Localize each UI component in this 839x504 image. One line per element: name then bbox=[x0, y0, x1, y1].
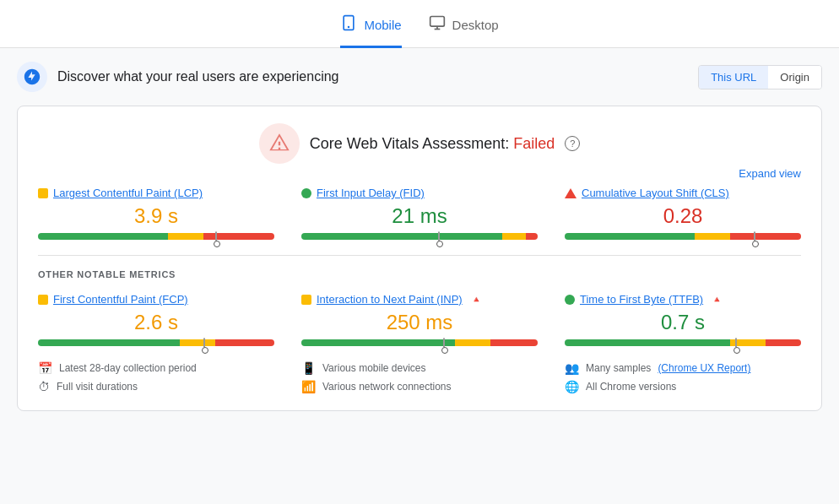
metric-indicator-triangle bbox=[565, 188, 576, 198]
beta-tag: 🔺 bbox=[471, 295, 481, 304]
beta-tag: 🔺 bbox=[712, 295, 722, 304]
header-title: Discover what your real users are experi… bbox=[57, 69, 338, 84]
footer-icon: 📱 bbox=[301, 361, 316, 375]
footer-grid: 📅Latest 28-day collection period⏱Full vi… bbox=[38, 361, 801, 393]
bar-green-ttfb bbox=[565, 339, 730, 346]
core-metrics-grid: Largest Contentful Paint (LCP) 3.9 s Fir… bbox=[38, 187, 801, 241]
metric-label-fcp[interactable]: First Contentful Paint (FCP) bbox=[53, 293, 188, 306]
cwv-card: Core Web Vitals Assessment: Failed ? Exp… bbox=[17, 106, 822, 411]
metric-track-inp bbox=[301, 339, 538, 346]
bar-orange-fid bbox=[502, 233, 526, 240]
footer-item: 📱Various mobile devices bbox=[301, 361, 538, 375]
footer-text: Various network connections bbox=[322, 381, 452, 393]
footer-item: 🌐All Chrome versions bbox=[565, 380, 801, 393]
bar-green-lcp bbox=[38, 233, 168, 240]
footer-link[interactable]: (Chrome UX Report) bbox=[658, 362, 750, 374]
metric-label-fid[interactable]: First Input Delay (FID) bbox=[317, 187, 425, 199]
metric-indicator-orange bbox=[301, 295, 311, 305]
metric-title-fid: First Input Delay (FID) bbox=[301, 187, 538, 199]
bar-marker-dot-fcp bbox=[202, 347, 208, 354]
metric-bar-fcp bbox=[38, 339, 274, 346]
section-divider bbox=[38, 255, 801, 256]
bar-green-inp bbox=[301, 339, 455, 346]
metric-item-ttfb: Time to First Byte (TTFB) 🔺 0.7 s bbox=[565, 293, 801, 348]
metric-track-fid bbox=[301, 233, 538, 240]
footer-icon: 👥 bbox=[565, 361, 579, 375]
metric-label-lcp[interactable]: Largest Contentful Paint (LCP) bbox=[53, 187, 203, 199]
metric-value-fid: 21 ms bbox=[301, 204, 538, 228]
footer-text: Various mobile devices bbox=[322, 362, 426, 374]
metric-item-fid: First Input Delay (FID) 21 ms bbox=[301, 187, 538, 241]
footer-item: 📶Various network connections bbox=[301, 380, 538, 393]
desktop-icon bbox=[429, 14, 446, 35]
metric-bar-inp bbox=[301, 339, 538, 346]
bar-marker-cls bbox=[754, 231, 755, 241]
metric-value-inp: 250 ms bbox=[301, 311, 538, 334]
metric-title-ttfb: Time to First Byte (TTFB) 🔺 bbox=[565, 293, 801, 306]
bar-green-fcp bbox=[38, 339, 180, 346]
bar-red-inp bbox=[490, 339, 538, 346]
bar-marker-dot-cls bbox=[752, 241, 759, 247]
metric-title-cls: Cumulative Layout Shift (CLS) bbox=[565, 187, 801, 199]
footer-col-0: 📅Latest 28-day collection period⏱Full vi… bbox=[38, 361, 274, 393]
metric-track-cls bbox=[565, 233, 801, 240]
origin-button[interactable]: Origin bbox=[768, 66, 821, 89]
bar-red-fid bbox=[526, 233, 538, 240]
failed-icon bbox=[259, 123, 300, 164]
footer-icon: 📅 bbox=[38, 361, 52, 375]
footer-item: 👥Many samples (Chrome UX Report) bbox=[565, 361, 801, 375]
bar-green-cls bbox=[565, 233, 695, 240]
footer-col-2: 👥Many samples (Chrome UX Report)🌐All Chr… bbox=[565, 361, 801, 393]
bar-marker-dot-ttfb bbox=[733, 347, 740, 354]
expand-view-button[interactable]: Expand view bbox=[38, 167, 801, 180]
metric-value-ttfb: 0.7 s bbox=[565, 311, 801, 334]
metric-title-fcp: First Contentful Paint (FCP) bbox=[38, 293, 274, 306]
metric-bar-ttfb bbox=[565, 339, 801, 346]
metric-label-ttfb[interactable]: Time to First Byte (TTFB) bbox=[580, 293, 703, 306]
metric-bar-lcp bbox=[38, 233, 274, 240]
crux-icon bbox=[17, 62, 47, 92]
header-left: Discover what your real users are experi… bbox=[17, 62, 338, 92]
metric-label-cls[interactable]: Cumulative Layout Shift (CLS) bbox=[582, 187, 729, 199]
assessment-header: Core Web Vitals Assessment: Failed ? bbox=[38, 123, 801, 164]
svg-rect-2 bbox=[430, 17, 444, 27]
info-icon[interactable]: ? bbox=[565, 136, 580, 151]
footer-icon: ⏱ bbox=[38, 380, 50, 393]
bar-orange-lcp bbox=[168, 233, 203, 240]
bar-marker-fcp bbox=[203, 338, 205, 348]
footer-icon: 🌐 bbox=[565, 380, 579, 393]
footer-text: Many samples bbox=[586, 362, 651, 374]
tab-desktop[interactable]: Desktop bbox=[429, 14, 499, 48]
footer-text: All Chrome versions bbox=[586, 381, 676, 393]
bar-orange-fcp bbox=[180, 339, 215, 346]
bar-marker-ttfb bbox=[735, 338, 737, 348]
metric-indicator-green bbox=[565, 295, 575, 305]
metric-value-fcp: 2.6 s bbox=[38, 311, 274, 334]
url-toggle: This URL Origin bbox=[698, 65, 822, 89]
footer-item: ⏱Full visit durations bbox=[38, 380, 274, 393]
bar-marker-dot-fid bbox=[436, 241, 443, 247]
bar-marker-lcp bbox=[215, 231, 217, 241]
this-url-button[interactable]: This URL bbox=[699, 66, 768, 89]
metric-title-lcp: Largest Contentful Paint (LCP) bbox=[38, 187, 274, 199]
bar-green-fid bbox=[301, 233, 502, 240]
header-section: Discover what your real users are experi… bbox=[17, 62, 822, 92]
footer-icon: 📶 bbox=[301, 380, 316, 393]
tab-bar: Mobile Desktop bbox=[0, 0, 839, 48]
other-metrics-label: OTHER NOTABLE METRICS bbox=[38, 269, 801, 279]
tab-mobile-label: Mobile bbox=[364, 18, 401, 32]
bar-red-cls bbox=[730, 233, 801, 240]
tab-desktop-label: Desktop bbox=[452, 18, 499, 32]
footer-col-1: 📱Various mobile devices📶Various network … bbox=[301, 361, 538, 393]
metric-item-fcp: First Contentful Paint (FCP) 2.6 s bbox=[38, 293, 274, 348]
footer-text: Full visit durations bbox=[57, 381, 138, 393]
bar-orange-cls bbox=[695, 233, 730, 240]
metric-track-ttfb bbox=[565, 339, 801, 346]
tab-mobile[interactable]: Mobile bbox=[340, 14, 401, 48]
footer-text: Latest 28-day collection period bbox=[59, 362, 197, 374]
bar-red-ttfb bbox=[766, 339, 801, 346]
metric-item-lcp: Largest Contentful Paint (LCP) 3.9 s bbox=[38, 187, 274, 241]
metric-item-cls: Cumulative Layout Shift (CLS) 0.28 bbox=[565, 187, 801, 241]
metric-label-inp[interactable]: Interaction to Next Paint (INP) bbox=[317, 293, 463, 306]
metric-indicator-green bbox=[301, 188, 311, 198]
